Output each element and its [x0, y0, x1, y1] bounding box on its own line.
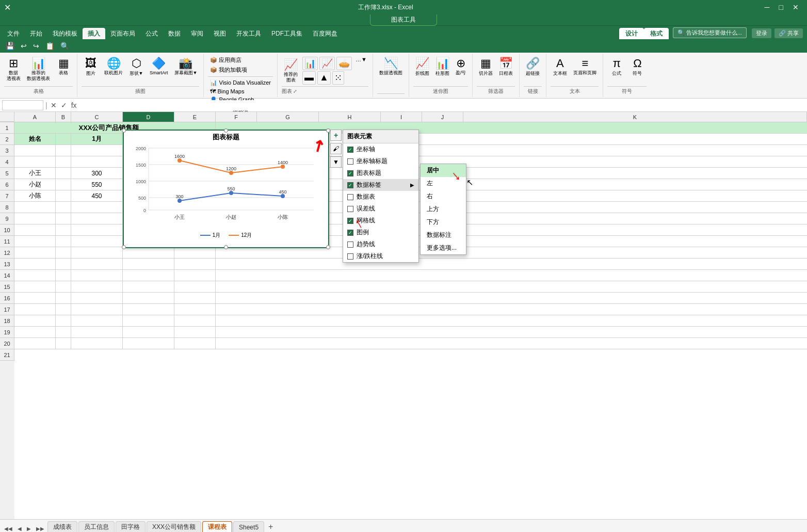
cell-c2[interactable]: 1月 [71, 134, 123, 144]
scatter-chart-btn[interactable]: ⁙ [332, 71, 344, 85]
row-16-header[interactable]: 16 [0, 293, 14, 304]
col-i-header[interactable]: I [381, 112, 422, 122]
name-box[interactable]: 图表 1 [2, 100, 43, 110]
col-j-header[interactable]: J [422, 112, 463, 122]
row-20-header[interactable]: 20 [0, 338, 14, 349]
charts-expand-icon[interactable]: ⤢ [293, 89, 297, 94]
login-button[interactable]: 登录 [752, 28, 771, 38]
row-18-header[interactable]: 18 [0, 315, 14, 327]
panel-item-axis-title[interactable]: 坐标轴标题 [343, 155, 418, 167]
timeline-button[interactable]: 📅 日程表 [497, 56, 515, 78]
textbox-button[interactable]: A 文本框 [551, 56, 569, 78]
sheet-nav-last[interactable]: ▶▶ [34, 525, 46, 532]
area-chart-btn[interactable]: ▲ [317, 71, 331, 85]
confirm-formula-button[interactable]: ✓ [60, 101, 68, 109]
app-store-button[interactable]: 📦 应用商店 [208, 56, 244, 65]
tab-developer[interactable]: 开发工具 [231, 28, 266, 39]
tab-insert[interactable]: 插入 [83, 28, 105, 39]
online-picture-button[interactable]: 🌐 联机图片 [102, 56, 125, 77]
chart-filter-button[interactable]: ▼ [330, 156, 342, 168]
cell-a4[interactable] [14, 156, 56, 167]
panel-item-legend[interactable]: ✓ 图例 [343, 227, 418, 238]
clipboard-qa-button[interactable]: 📋 [44, 41, 56, 51]
col-c-header[interactable]: C [71, 112, 123, 122]
chart-container[interactable]: 图表标题 2000 1500 1000 500 [123, 130, 329, 248]
pie-chart-btn[interactable]: 🥧 [336, 57, 352, 70]
cell-a5[interactable]: 小王 [14, 168, 56, 179]
cell-b2[interactable] [56, 134, 71, 144]
tab-home[interactable]: 开始 [25, 28, 47, 39]
tab-mytemplate[interactable]: 我的模板 [47, 28, 83, 39]
panel-item-updown-bars[interactable]: 涨/跌柱线 [343, 250, 418, 262]
col-k-header[interactable]: K [463, 112, 807, 122]
shapes-button[interactable]: ⬡ 形状▼ [127, 56, 146, 78]
picture-button[interactable]: 🖼 图片 [82, 56, 100, 78]
share-button[interactable]: 🔗 共享 [774, 28, 803, 38]
panel-item-trendline[interactable]: 趋势线 [343, 238, 418, 250]
cell-c5[interactable]: 300 [71, 168, 123, 179]
cell-c3[interactable] [71, 145, 123, 156]
sublabel-below[interactable]: 下方 [421, 216, 466, 229]
tab-tianzi[interactable]: 田字格 [116, 521, 146, 532]
row-11-header[interactable]: 11 [0, 236, 14, 247]
row-15-header[interactable]: 15 [0, 281, 14, 293]
cell-c6[interactable]: 550 [71, 179, 123, 190]
cell-b5[interactable] [56, 168, 71, 179]
tab-pdf[interactable]: PDF工具集 [266, 28, 308, 39]
header-footer-button[interactable]: ≡ 页眉和页脚 [571, 56, 599, 77]
tab-review[interactable]: 审阅 [186, 28, 208, 39]
row-2-header[interactable]: 2 [0, 134, 14, 145]
sublabel-left[interactable]: 左 [421, 177, 466, 190]
maximize-button[interactable]: □ [775, 3, 787, 11]
formula-input[interactable] [80, 100, 805, 110]
tab-kecheng[interactable]: 课程表 [202, 521, 232, 532]
panel-item-gridlines[interactable]: ✓ 网格线 [343, 215, 418, 227]
symbol-button[interactable]: Ω 符号 [628, 56, 647, 78]
tab-sheet5[interactable]: Sheet5 [233, 521, 264, 532]
row-3-header[interactable]: 3 [0, 145, 14, 156]
row-7-header[interactable]: 7 [0, 190, 14, 202]
close-button[interactable]: ✕ [788, 3, 803, 11]
cell-c7[interactable]: 450 [71, 190, 123, 201]
tab-yuangong[interactable]: 员工信息 [78, 521, 115, 532]
tab-file[interactable]: 文件 [2, 28, 25, 39]
sublabel-callout[interactable]: 数据标注 [421, 229, 466, 241]
sheet-nav-next[interactable]: ▶ [25, 525, 33, 532]
cell-a2[interactable]: 姓名 [14, 134, 56, 144]
sublabel-right[interactable]: 右 [421, 190, 466, 203]
chart-add-element-button[interactable]: + [330, 130, 342, 141]
row-10-header[interactable]: 10 [0, 224, 14, 236]
cell-b7[interactable] [56, 190, 71, 201]
sublabel-above[interactable]: 上方 [421, 203, 466, 216]
sublabel-center[interactable]: 居中 [421, 164, 466, 177]
col-g-header[interactable]: G [257, 112, 319, 122]
cell-a7[interactable]: 小陈 [14, 190, 56, 201]
sparkline-winloss-btn[interactable]: ⊕ 盈/亏 [454, 56, 469, 77]
pivot-table-button[interactable]: ⊞ 数据透视表 [4, 56, 23, 83]
undo-qa-button[interactable]: ↩ [19, 41, 28, 51]
panel-item-chart-title[interactable]: ✓ 图表标题 [343, 167, 418, 179]
panel-item-error-bars[interactable]: 误差线 [343, 203, 418, 215]
cell-b4[interactable] [56, 156, 71, 167]
tab-formula[interactable]: 公式 [140, 28, 163, 39]
row-6-header[interactable]: 6 [0, 179, 14, 190]
row-8-header[interactable]: 8 [0, 202, 14, 213]
row-14-header[interactable]: 14 [0, 270, 14, 281]
panel-item-data-labels[interactable]: ✓ 数据标签 ▶ [343, 179, 418, 191]
row-9-header[interactable]: 9 [0, 213, 14, 224]
row-12-header[interactable]: 12 [0, 247, 14, 259]
panel-item-axis[interactable]: ✓ 坐标轴 [343, 143, 418, 155]
bar-chart-btn[interactable]: ▬ [302, 71, 316, 85]
col-h-header[interactable]: H [319, 112, 381, 122]
cell-c4[interactable] [71, 156, 123, 167]
col-d-header[interactable]: D [123, 112, 174, 122]
column-chart-btn[interactable]: 📊 [302, 57, 318, 70]
row-5-header[interactable]: 5 [0, 168, 14, 179]
more-charts-btn[interactable]: …▼ [354, 56, 368, 63]
hyperlink-button[interactable]: 🔗 超链接 [524, 56, 542, 78]
sheet-nav-prev[interactable]: ◀ [15, 525, 24, 532]
recommended-pivot-button[interactable]: 📊 推荐的数据透视表 [25, 56, 52, 83]
row-21-header[interactable]: 21 [0, 349, 14, 361]
row-17-header[interactable]: 17 [0, 304, 14, 315]
minimize-button[interactable]: ─ [761, 3, 774, 11]
